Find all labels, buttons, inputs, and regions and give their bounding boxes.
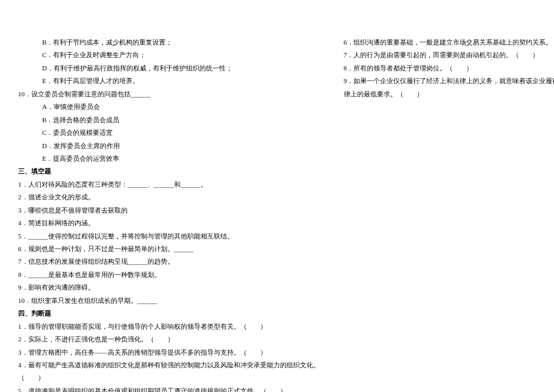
judge-8: 8．所有的领导者都处于管理岗位。（ ）	[344, 62, 555, 75]
judge-7: 7．人的行为是由需要引起的，而需要则是由动机引起的。（ ）	[344, 49, 555, 61]
judge-9: 9．如果一个企业仅仅履行了经济上和法律上的义务，就意味着该企业履行了它的社会责任…	[344, 75, 555, 87]
section-4-header: 四、判断题	[18, 307, 320, 320]
judge-6: 6．组织沟通的重要基础，一般是建立市场交易关系基础上的契约关系。（ ）	[344, 36, 555, 49]
left-column: B．有利于节约成本，减少机构的重复设置； C．有利于企业及时调整生产方向； D．…	[18, 36, 320, 380]
judge-9-cont: 律上的最低要求。（ ）	[344, 88, 555, 101]
q10-option-e: E．提高委员会的运营效率	[18, 152, 320, 165]
section-3-header: 三、填空题	[18, 165, 320, 178]
fill-10: 10．组织变革只发生在组织成长的早期。______	[18, 294, 320, 307]
fill-2: 2．描述企业文化的形成。	[18, 191, 320, 204]
fill-4: 4．简述目标网络的内涵。	[18, 217, 320, 229]
q10-option-a: A．审慎使用委员会	[18, 101, 320, 113]
fill-7: 7．信息技术的发展使得组织结构呈现______的趋势。	[18, 255, 320, 268]
fill-9: 9．影响有效沟通的障碍。	[18, 281, 320, 294]
q9-option-c: C．有利于企业及时调整生产方向；	[18, 49, 320, 61]
judge-5: 5．道德准则是表明组织的基本价值观和组织期望员工遵守的道德规则的正式文件。（ ）	[18, 385, 320, 392]
fill-5: 5．______使得控制过程得以完整，并将控制与管理的其他职能相互联结。	[18, 230, 320, 243]
q10-stem: 10．设立委员会制需要注意的问题包括______	[18, 88, 320, 101]
judge-4-cont: （ ）	[18, 372, 320, 384]
q10-option-b: B．选择合格的委员会成员	[18, 114, 320, 126]
judge-4: 4．最有可能产生高道德标准的组织文化是那种有较强的控制能力以及风险和冲突承受能力…	[18, 359, 320, 372]
fill-6: 6．规则也是一种计划，只不过是一种最简单的计划。______	[18, 243, 320, 255]
fill-8: 8．______是最基本也是最常用的一种数学规划。	[18, 269, 320, 281]
fill-3: 3．哪些信息是不值得管理者去获取的	[18, 204, 320, 217]
judge-1: 1．领导的管理职能能否实现，与行使领导的个人影响权的领导者类型有关。（ ）	[18, 320, 320, 333]
q9-option-b: B．有利于节约成本，减少机构的重复设置；	[18, 36, 320, 49]
q10-option-c: C．委员会的规模要适宜	[18, 126, 320, 139]
judge-3: 3．管理方格图中，高任务——高关系的推销型领导提供不多的指导与支持。（ ）	[18, 346, 320, 359]
q9-option-e: E．有利于高层管理人才的培养。	[18, 75, 320, 87]
fill-1: 1．人们对待风险的态度有三种类型：______、______和______。	[18, 178, 320, 191]
q10-option-d: D．发挥委员会主席的作用	[18, 140, 320, 152]
right-column: 6．组织沟通的重要基础，一般是建立市场交易关系基础上的契约关系。（ ） 7．人的…	[344, 36, 555, 380]
judge-2: 2．实际上，不进行正强化也是一种负强化。（ ）	[18, 333, 320, 346]
q9-option-d: D．有利于维护最高行政指挥的权威，有利于维护组织的统一性；	[18, 62, 320, 75]
